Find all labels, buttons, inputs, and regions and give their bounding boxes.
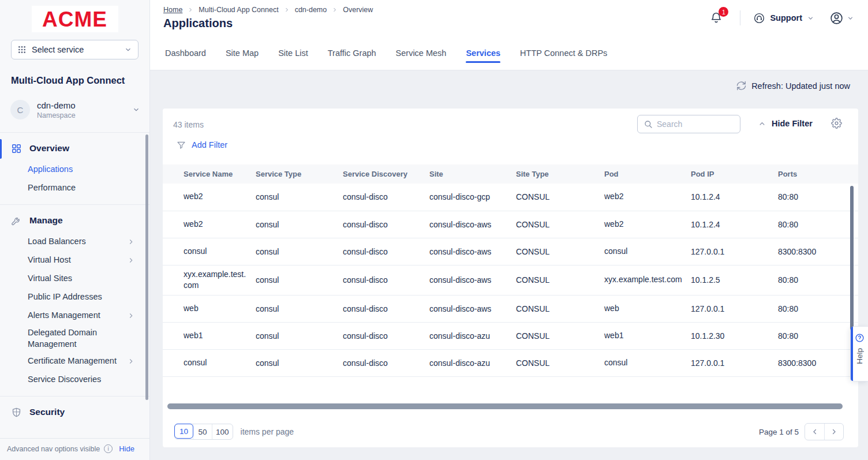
table-row[interactable]: webconsulconsul-discoconsul-disco-awsCON…: [163, 295, 858, 322]
header-divider: [740, 10, 740, 25]
chevron-down-icon: [807, 14, 814, 22]
table-row[interactable]: consulconsulconsul-discoconsul-disco-azu…: [163, 349, 858, 376]
breadcrumb-item-home[interactable]: Home: [163, 6, 182, 14]
tab-site-map[interactable]: Site Map: [226, 48, 259, 58]
select-service-dropdown[interactable]: Select service: [11, 40, 139, 59]
help-accent-bar: [851, 327, 853, 381]
refresh-icon: [736, 81, 746, 91]
sidebar-item-certificate-management[interactable]: Certificate Management: [0, 352, 149, 371]
sidebar-item-performance[interactable]: Performance: [0, 179, 149, 197]
breadcrumb-item-cdn-demo[interactable]: cdn-demo: [295, 6, 327, 14]
search-box: [637, 115, 740, 133]
sidebar-item-label: Delegated Domain Management: [28, 327, 134, 350]
hide-nav-link[interactable]: Hide: [119, 444, 134, 453]
cell-service-discovery: consul-disco: [343, 211, 429, 238]
prev-page-button[interactable]: [805, 424, 824, 440]
cell-ports: 80:80: [778, 295, 858, 322]
sidebar-item-service-discoveries[interactable]: Service Discoveries: [0, 371, 149, 389]
active-indicator: [0, 139, 2, 159]
add-filter-button[interactable]: Add Filter: [177, 140, 227, 149]
support-menu[interactable]: Support: [753, 12, 814, 24]
page-size-10[interactable]: 10: [174, 424, 193, 439]
notification-badge: 1: [719, 7, 728, 17]
cell-site: consul-disco-aws: [429, 295, 516, 322]
sidebar-scrollbar[interactable]: [145, 134, 148, 400]
nav-section-overview: OverviewApplicationsPerformance: [0, 132, 149, 204]
add-filter-label: Add Filter: [192, 140, 227, 149]
refresh-control[interactable]: Refresh: Updated just now: [736, 81, 850, 91]
sidebar-section-security[interactable]: Security: [0, 400, 149, 424]
brand-logo-text: ACME: [42, 9, 107, 30]
cell-service-name: web1: [163, 322, 256, 349]
cell-site-type: CONSUL: [516, 349, 604, 376]
sidebar-item-virtual-sites[interactable]: Virtual Sites: [0, 270, 149, 288]
cell-ports: 80:80: [778, 322, 858, 349]
cell-service-type: consul: [256, 211, 343, 238]
cell-site: consul-disco-azu: [429, 349, 516, 376]
breadcrumb: HomeMulti-Cloud App Connectcdn-demoOverv…: [163, 6, 373, 14]
tab-http-connect-drps[interactable]: HTTP Connect & DRPs: [520, 48, 607, 58]
table-settings-button[interactable]: [831, 118, 842, 129]
sidebar-item-delegated-domain-management[interactable]: Delegated Domain Management: [0, 325, 149, 352]
sidebar-item-label: Virtual Host: [28, 255, 71, 266]
table-row[interactable]: xyx.example.test.comconsulconsul-discoco…: [163, 265, 858, 295]
page-size-switcher: 1050100: [174, 424, 233, 440]
cell-pod: web2: [604, 184, 691, 211]
table-row[interactable]: consulconsulconsul-discoconsul-disco-aws…: [163, 238, 858, 265]
table-vertical-scrollbar[interactable]: [850, 186, 854, 337]
sidebar-item-label: Virtual Sites: [28, 273, 72, 285]
tab-site-list[interactable]: Site List: [278, 48, 308, 58]
sidebar-section-manage[interactable]: Manage: [0, 208, 149, 233]
sidebar-item-load-balancers[interactable]: Load Balancers: [0, 233, 149, 251]
sidebar-item-virtual-host[interactable]: Virtual Host: [0, 251, 149, 270]
cell-site-type: CONSUL: [516, 295, 604, 322]
cell-service-name: web: [163, 295, 256, 322]
sidebar-item-public-ip-addresses[interactable]: Public IP Addresses: [0, 288, 149, 306]
notifications-button[interactable]: 1: [708, 9, 725, 27]
namespace-selector[interactable]: C cdn-demo Namespace: [6, 96, 145, 123]
top-header: HomeMulti-Cloud App Connectcdn-demoOverv…: [150, 0, 868, 70]
page-size-100[interactable]: 100: [212, 424, 233, 439]
breadcrumb-item-overview: Overview: [343, 6, 373, 14]
cell-site-type: CONSUL: [516, 265, 604, 295]
cell-site: consul-disco-azu: [429, 322, 516, 349]
page-status: Page 1 of 5: [759, 428, 799, 436]
sidebar-footer: Advanced nav options visible i Hide: [0, 438, 149, 460]
sidebar-item-alerts-management[interactable]: Alerts Management: [0, 306, 149, 325]
cell-pod: consul: [604, 349, 691, 376]
headset-icon: [753, 12, 765, 24]
cell-pod: web2: [604, 211, 691, 238]
refresh-label: Refresh: Updated just now: [751, 81, 850, 91]
cell-service-name: consul: [163, 349, 256, 376]
breadcrumb-separator-icon: [284, 7, 290, 13]
help-tab[interactable]: Help: [850, 326, 868, 382]
sidebar-item-applications[interactable]: Applications: [0, 160, 149, 179]
column-header-site-type: Site Type: [516, 164, 604, 184]
tab-service-mesh[interactable]: Service Mesh: [396, 48, 447, 58]
hide-filter-button[interactable]: Hide Filter: [758, 119, 813, 128]
sidebar-item-label: Alerts Management: [28, 310, 100, 321]
pager: [805, 423, 844, 440]
next-page-button[interactable]: [824, 424, 843, 440]
search-input[interactable]: [657, 119, 740, 129]
sidebar-section-overview[interactable]: Overview: [0, 136, 149, 160]
tab-services[interactable]: Services: [466, 48, 500, 58]
table-row[interactable]: web2consulconsul-discoconsul-disco-gcpCO…: [163, 184, 858, 211]
table-horizontal-scrollbar[interactable]: [167, 403, 843, 409]
cell-site: consul-disco-aws: [429, 265, 516, 295]
tab-dashboard[interactable]: Dashboard: [165, 48, 206, 58]
breadcrumb-item-multi-cloud-app-connect[interactable]: Multi-Cloud App Connect: [199, 6, 278, 14]
tab-traffic-graph[interactable]: Traffic Graph: [328, 48, 376, 58]
table-row[interactable]: web1consulconsul-discoconsul-disco-azuCO…: [163, 322, 858, 349]
account-menu[interactable]: [829, 11, 854, 25]
page-size-50[interactable]: 50: [193, 424, 212, 439]
table-row[interactable]: web2consulconsul-discoconsul-disco-awsCO…: [163, 211, 858, 238]
cell-service-discovery: consul-disco: [343, 184, 429, 211]
chevron-left-icon: [811, 428, 819, 436]
apps-grid-icon: [17, 45, 27, 54]
support-label: Support: [770, 13, 802, 23]
cell-service-type: consul: [256, 265, 343, 295]
shield-icon: [11, 407, 22, 418]
header-actions: 1 Support: [708, 7, 854, 29]
sidebar-nav: OverviewApplicationsPerformanceManageLoa…: [0, 132, 149, 438]
